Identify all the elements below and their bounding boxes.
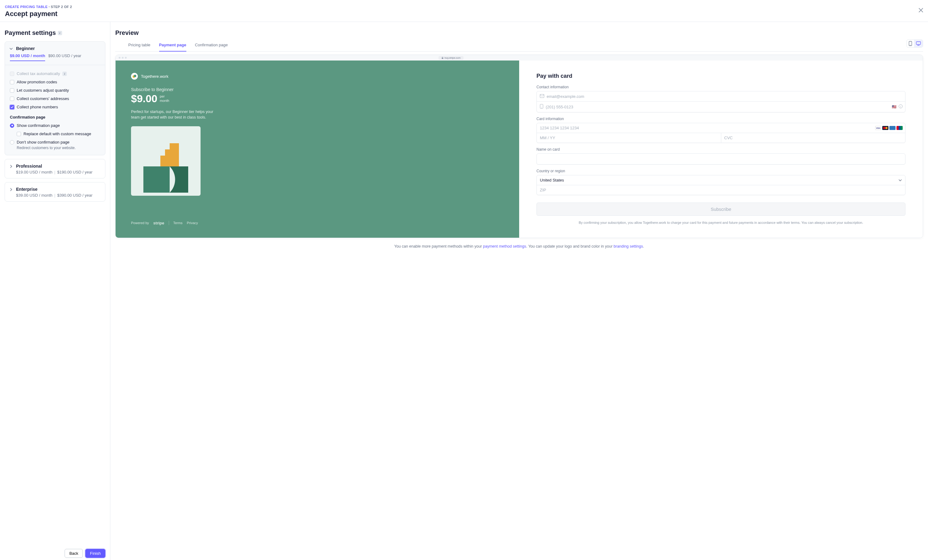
radio-dont-show[interactable]: Don't show confirmation page (10, 138, 100, 146)
subscribe-button[interactable]: Subscribe (536, 202, 905, 216)
merchant-row: Togethere.work (131, 73, 504, 80)
svg-text:i: i (900, 105, 901, 108)
info-icon[interactable]: i (58, 31, 62, 35)
radio-show-confirmation[interactable]: Show confirmation page (10, 121, 100, 130)
device-desktop-button[interactable] (914, 40, 923, 47)
info-icon[interactable]: i (63, 72, 67, 76)
check-replace-label: Replace default with custom message (23, 131, 91, 136)
contact-label: Contact information (536, 85, 905, 89)
traffic-lights (119, 57, 127, 59)
footer-note-p2: . You can update your logo and brand col… (526, 244, 614, 248)
pay-title: Pay with card (536, 73, 905, 79)
checkbox-replace[interactable] (17, 132, 21, 136)
confirmation-subheading: Confirmation page (10, 115, 100, 119)
payment-method-settings-link[interactable]: payment method settings (483, 244, 526, 248)
checkbox-phone[interactable] (10, 105, 14, 109)
check-phone-label: Collect phone numbers (17, 105, 58, 109)
check-addresses[interactable]: Collect customers' addresses (10, 94, 100, 103)
plan-description: Perfect for startups, our Beginner tier … (131, 109, 218, 120)
merchant-logo (131, 73, 138, 80)
device-mobile-button[interactable] (907, 40, 914, 47)
expiry-input[interactable]: MM / YY (537, 133, 721, 143)
mobile-icon (908, 41, 912, 46)
check-quantity[interactable]: Let customers adjust quantity (10, 86, 100, 94)
tab-confirmation-page[interactable]: Confirmation page (195, 40, 228, 51)
visa-icon: VISA (875, 126, 881, 130)
subscribe-label: Subscribe to Beginner (131, 87, 504, 92)
plan-card-enterprise[interactable]: Enterprise $39.00 USD / month|$390.00 US… (5, 182, 105, 202)
svg-rect-2 (916, 42, 920, 44)
price-tab-monthly[interactable]: $9.00 USD / month (10, 53, 45, 61)
check-promo[interactable]: Allow promotion codes (10, 78, 100, 86)
breadcrumb-step: STEP 2 OF 2 (51, 5, 72, 9)
breadcrumb: CREATE PRICING TABLE · STEP 2 OF 2 (5, 5, 923, 9)
settings-panel: Payment settings i Beginner $9.00 USD / … (0, 22, 110, 560)
desktop-icon (916, 41, 921, 46)
radio-dont-label: Don't show confirmation page (17, 140, 70, 145)
price-yearly: $190.00 USD / year (57, 170, 92, 174)
card-number-input[interactable]: 1234 1234 1234 1234 VISA (537, 123, 905, 133)
name-input-group (536, 154, 905, 164)
interval-bottom: month (160, 99, 169, 103)
price-interval: per month (160, 94, 169, 102)
checkbox-tax (10, 72, 14, 76)
terms-text: By confirming your subscription, you all… (536, 220, 905, 225)
phone-input[interactable]: (201) 555-0123 🇺🇸 i (537, 102, 905, 112)
radio-dont[interactable] (10, 140, 14, 145)
interval-top: per (160, 94, 169, 99)
plan-card-beginner: Beginner $9.00 USD / month $90.00 USD / … (5, 41, 105, 155)
svg-rect-1 (910, 45, 911, 46)
plan-body-beginner: Collect tax automatically i Allow promot… (5, 65, 105, 155)
chevron-right-icon (9, 164, 13, 168)
breadcrumb-sep: · (47, 5, 51, 9)
checkbox-promo[interactable] (10, 80, 14, 84)
tab-payment-page[interactable]: Payment page (159, 40, 186, 52)
privacy-link[interactable]: Privacy (187, 221, 198, 225)
email-input[interactable]: email@example.com (537, 91, 905, 102)
checkbox-quantity[interactable] (10, 88, 14, 93)
svg-rect-3 (442, 58, 443, 59)
close-icon (919, 8, 923, 12)
svg-rect-9 (169, 143, 179, 166)
footer-note-p3: . (643, 244, 644, 248)
plan-card-professional[interactable]: Professional $19.00 USD / month|$190.00 … (5, 159, 105, 178)
checkout-right: Pay with card Contact information email@… (519, 61, 923, 238)
info-icon[interactable]: i (899, 104, 903, 109)
breadcrumb-link[interactable]: CREATE PRICING TABLE (5, 5, 47, 9)
page-title: Accept payment (5, 10, 923, 18)
name-input[interactable] (537, 154, 905, 164)
phone-icon (540, 104, 543, 110)
zip-input[interactable]: ZIP (537, 185, 905, 195)
checkbox-addresses[interactable] (10, 97, 14, 101)
country-select[interactable]: United States (537, 175, 905, 185)
card-exp-cvc-row: MM / YY CVC (537, 133, 905, 143)
price-monthly: $19.00 USD / month (16, 170, 52, 174)
svg-rect-10 (540, 94, 544, 98)
terms-link[interactable]: Terms (173, 221, 183, 225)
preview-tabs: Pricing table Payment page Confirmation … (115, 40, 923, 52)
mastercard-icon (882, 126, 888, 130)
plan-header-professional[interactable]: Professional $19.00 USD / month|$190.00 … (5, 159, 105, 178)
check-quantity-label: Let customers adjust quantity (17, 88, 69, 93)
plan-header-enterprise[interactable]: Enterprise $39.00 USD / month|$390.00 US… (5, 183, 105, 201)
stripe-logo: stripe (153, 221, 164, 225)
plan-header-beginner[interactable]: Beginner $9.00 USD / month $90.00 USD / … (5, 42, 105, 65)
unionpay-icon (896, 126, 903, 130)
branding-settings-link[interactable]: branding settings (614, 244, 643, 248)
checkout-left: Togethere.work Subscribe to Beginner $9.… (116, 61, 519, 238)
check-replace-message[interactable]: Replace default with custom message (17, 130, 100, 138)
check-phone[interactable]: Collect phone numbers (10, 103, 100, 111)
finish-button[interactable]: Finish (85, 549, 105, 558)
radio-show-label: Show confirmation page (17, 123, 60, 128)
back-button[interactable]: Back (64, 549, 83, 558)
close-button[interactable] (919, 7, 923, 14)
checkmark-icon (11, 106, 14, 109)
price-tab-yearly[interactable]: $90.00 USD / year (48, 53, 81, 61)
svg-point-12 (542, 107, 542, 108)
radio-show[interactable] (10, 123, 14, 128)
flag-us-icon[interactable]: 🇺🇸 (892, 105, 896, 109)
cvc-input[interactable]: CVC (721, 133, 905, 143)
plan-name-enterprise: Enterprise (16, 187, 100, 192)
tab-pricing-table[interactable]: Pricing table (128, 40, 151, 51)
browser-bar: buy.stripe.com (116, 55, 923, 61)
